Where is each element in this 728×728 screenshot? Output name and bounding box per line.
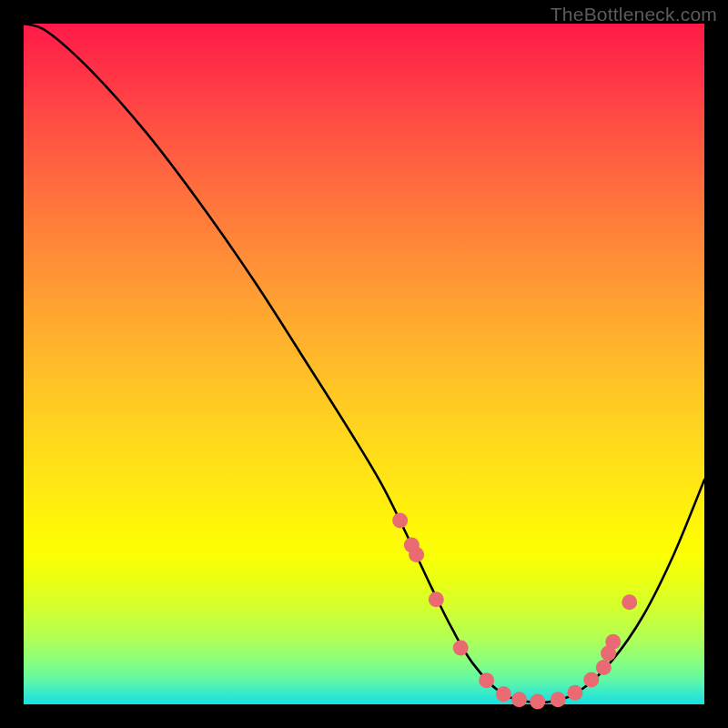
curve-marker xyxy=(479,672,494,688)
curve-marker xyxy=(496,686,511,702)
curve-marker xyxy=(583,672,599,688)
curve-marker xyxy=(622,594,637,610)
watermark-text: TheBottleneck.com xyxy=(551,4,717,25)
curve-marker xyxy=(511,692,527,707)
curve-marker xyxy=(605,634,621,650)
chart-plot-area xyxy=(24,24,704,704)
curve-marker xyxy=(530,694,545,710)
curve-marker xyxy=(567,685,582,701)
chart-svg xyxy=(24,24,704,704)
curve-marker xyxy=(551,692,566,707)
bottleneck-curve xyxy=(24,24,704,703)
curve-markers xyxy=(392,513,637,710)
curve-marker xyxy=(596,660,612,675)
curve-marker xyxy=(409,547,424,562)
curve-marker xyxy=(429,592,444,607)
curve-marker xyxy=(453,640,469,655)
curve-marker xyxy=(392,513,408,529)
